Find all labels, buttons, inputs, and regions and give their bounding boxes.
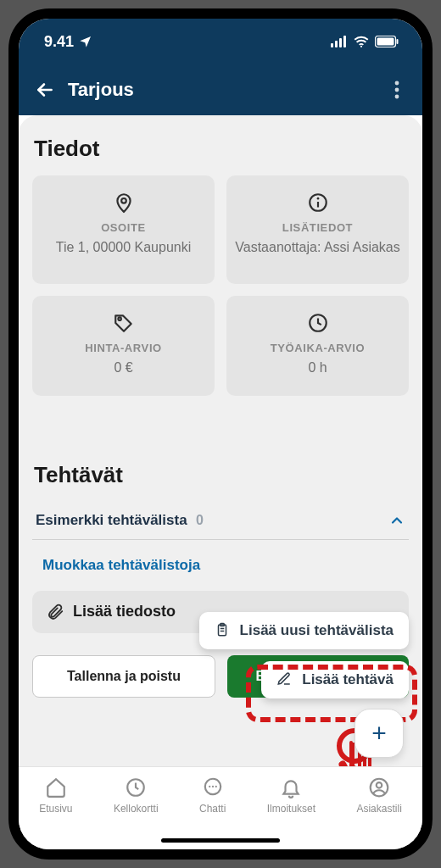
save-exit-label: Tallenna ja poistu bbox=[67, 669, 181, 684]
clock-icon bbox=[124, 776, 148, 799]
bell-icon bbox=[279, 776, 303, 799]
svg-point-24 bbox=[209, 786, 210, 787]
svg-point-11 bbox=[121, 198, 126, 203]
tasklist-name: Esimerkki tehtävälista bbox=[36, 512, 187, 528]
tab-bar: Etusivu Kellokortti Chatti Ilmoitukset A… bbox=[19, 766, 422, 849]
status-time: 9.41 bbox=[44, 33, 74, 51]
svg-point-28 bbox=[377, 782, 382, 788]
chevron-up-icon bbox=[388, 512, 405, 529]
section-tiedot-title: Tiedot bbox=[34, 136, 409, 162]
save-exit-button[interactable]: Tallenna ja poistu bbox=[32, 655, 215, 698]
fab-popup-menu: Lisää uusi tehtävälista Lisää tehtävä bbox=[199, 612, 409, 698]
edit-icon bbox=[276, 671, 293, 688]
svg-point-8 bbox=[395, 81, 399, 86]
card-price[interactable]: HINTA-ARVIO 0 € bbox=[32, 296, 215, 396]
tab-notifications[interactable]: Ilmoitukset bbox=[267, 776, 315, 815]
svg-rect-6 bbox=[377, 38, 394, 46]
add-file-label: Lisää tiedosto bbox=[73, 603, 176, 620]
battery-icon bbox=[375, 36, 399, 47]
card-info[interactable]: LISÄTIEDOT Vastaanottaja: Assi Asiakas bbox=[226, 175, 409, 284]
card-address-value: Tie 1, 00000 Kaupunki bbox=[54, 239, 193, 257]
tab-notifications-label: Ilmoitukset bbox=[267, 803, 315, 815]
tab-home-label: Etusivu bbox=[39, 803, 72, 815]
svg-rect-2 bbox=[339, 38, 342, 47]
svg-point-15 bbox=[118, 317, 120, 320]
svg-point-4 bbox=[360, 46, 362, 47]
signal-icon bbox=[331, 36, 348, 47]
clipboard-icon bbox=[215, 622, 232, 639]
card-time-value: 0 h bbox=[306, 359, 328, 377]
card-info-value: Vastaanottaja: Assi Asiakas bbox=[233, 239, 401, 257]
more-menu-button[interactable] bbox=[383, 76, 410, 103]
card-time-label: TYÖAIKA-ARVIO bbox=[271, 342, 366, 354]
phone-frame: 9.41 bbox=[8, 8, 433, 860]
price-tag-icon bbox=[112, 311, 136, 335]
home-indicator bbox=[161, 838, 280, 843]
back-button[interactable] bbox=[31, 75, 59, 104]
svg-point-14 bbox=[316, 198, 319, 200]
svg-point-25 bbox=[212, 786, 214, 787]
tab-chat-label: Chatti bbox=[199, 803, 226, 815]
location-arrow-icon bbox=[79, 35, 92, 48]
card-info-label: LISÄTIEDOT bbox=[282, 221, 353, 234]
status-bar: 9.41 bbox=[19, 19, 422, 64]
info-icon bbox=[306, 191, 330, 214]
menu-add-task[interactable]: Lisää tehtävä bbox=[261, 661, 409, 698]
menu-add-task-label: Lisää tehtävä bbox=[302, 671, 394, 688]
tab-timecard[interactable]: Kellokortti bbox=[114, 776, 159, 815]
tab-account-label: Asiakastili bbox=[356, 803, 401, 815]
tab-home[interactable]: Etusivu bbox=[39, 776, 72, 815]
user-circle-icon bbox=[367, 776, 391, 799]
svg-rect-1 bbox=[335, 41, 338, 47]
section-tehtavat-title: Tehtävät bbox=[34, 462, 409, 488]
svg-point-26 bbox=[215, 786, 216, 787]
page-title: Tarjous bbox=[68, 79, 134, 101]
chat-icon bbox=[201, 776, 225, 799]
wifi-icon bbox=[353, 36, 370, 47]
paperclip-icon bbox=[46, 603, 64, 621]
fab-add-button[interactable]: + bbox=[354, 709, 404, 758]
map-pin-icon bbox=[112, 191, 136, 214]
tab-account[interactable]: Asiakastili bbox=[356, 776, 401, 815]
menu-add-tasklist-label: Lisää uusi tehtävälista bbox=[240, 622, 394, 639]
clock-icon bbox=[306, 311, 330, 335]
home-icon bbox=[44, 776, 68, 799]
tasklist-count: 0 bbox=[196, 513, 204, 527]
card-address[interactable]: OSOITE Tie 1, 00000 Kaupunki bbox=[32, 175, 215, 284]
svg-rect-0 bbox=[331, 43, 333, 47]
card-time[interactable]: TYÖAIKA-ARVIO 0 h bbox=[226, 296, 409, 396]
card-price-label: HINTA-ARVIO bbox=[85, 342, 162, 354]
tasklist-accordion-header[interactable]: Esimerkki tehtävälista 0 bbox=[32, 502, 409, 539]
svg-rect-7 bbox=[397, 39, 399, 44]
menu-add-tasklist[interactable]: Lisää uusi tehtävälista bbox=[199, 612, 409, 649]
card-address-label: OSOITE bbox=[101, 221, 146, 234]
svg-rect-3 bbox=[343, 36, 346, 47]
nav-bar: Tarjous bbox=[19, 64, 422, 115]
tab-chat[interactable]: Chatti bbox=[199, 776, 226, 815]
plus-icon: + bbox=[371, 721, 387, 746]
svg-point-10 bbox=[395, 95, 399, 99]
tab-timecard-label: Kellokortti bbox=[114, 803, 159, 815]
card-price-value: 0 € bbox=[112, 359, 134, 377]
svg-point-9 bbox=[395, 88, 399, 92]
edit-tasklists-link[interactable]: Muokkaa tehtävälistoja bbox=[32, 552, 409, 591]
